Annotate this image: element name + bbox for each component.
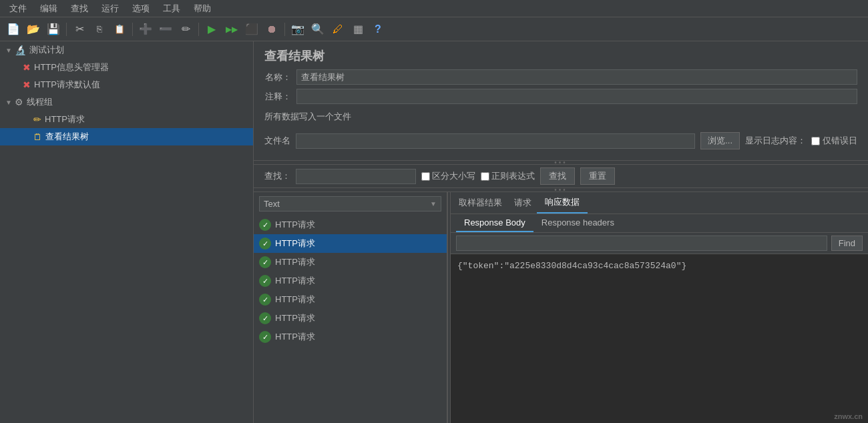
result-tree-label: 查看结果树 <box>45 131 89 143</box>
rp-header: 查看结果树 名称： 注释： 所有数据写入一个文件 文件名 浏览... 显示日志内… <box>254 41 868 161</box>
log-display-label: 显示日志内容： <box>745 135 806 147</box>
http-request-label: HTTP请求 <box>45 113 85 125</box>
play2-btn[interactable]: ▶▶ <box>222 20 241 39</box>
menu-options[interactable]: 选项 <box>127 1 155 16</box>
result-label-5: HTTP请求 <box>275 312 315 324</box>
result-icon-6: ✓ <box>259 331 271 343</box>
request-tab[interactable]: 请求 <box>509 193 537 213</box>
sep1 <box>66 23 67 36</box>
result-item-1[interactable]: ✓ HTTP请求 <box>254 234 447 253</box>
http-default-label: HTTP请求默认值 <box>34 79 100 91</box>
test-plan-icon: 🔬 <box>15 45 26 55</box>
search-input[interactable] <box>296 169 416 184</box>
case-sensitive-checkbox[interactable] <box>421 172 430 181</box>
help-btn[interactable]: ? <box>369 20 387 39</box>
name-label: 名称： <box>264 71 291 83</box>
result-item-3[interactable]: ✓ HTTP请求 <box>254 272 447 290</box>
result-item-2[interactable]: ✓ HTTP请求 <box>254 253 447 272</box>
result-item-4[interactable]: ✓ HTTP请求 <box>254 290 447 309</box>
copy-btn[interactable]: ⎘ <box>90 20 109 39</box>
watermark: znwx.cn <box>834 412 863 420</box>
response-search-bar: Find <box>451 233 868 254</box>
screenshot2-btn[interactable]: 🔍 <box>308 20 327 39</box>
draw-btn[interactable]: ✏ <box>176 20 195 39</box>
result-icon-2: ✓ <box>259 256 271 268</box>
cut-btn[interactable]: ✂ <box>70 20 89 39</box>
thread-group-label: 线程组 <box>27 96 53 108</box>
sep4 <box>284 23 285 36</box>
result-item-0[interactable]: ✓ HTTP请求 <box>254 216 447 234</box>
stop-btn[interactable]: ⬛ <box>242 20 261 39</box>
result-icon-3: ✓ <box>259 275 271 287</box>
file-section: 所有数据写入一个文件 <box>264 108 857 125</box>
menu-tools[interactable]: 工具 <box>158 1 186 16</box>
add-btn[interactable]: ➕ <box>136 20 155 39</box>
comment-input[interactable] <box>296 89 857 104</box>
sidebar-item-http-header[interactable]: ✖ HTTP信息头管理器 <box>0 59 253 76</box>
page-title: 查看结果树 <box>264 48 857 64</box>
response-body-tab[interactable]: Response Body <box>456 214 533 232</box>
sampler-tab[interactable]: 取样器结果 <box>456 193 509 213</box>
result-label-3: HTTP请求 <box>275 275 315 287</box>
sidebar-item-http-request[interactable]: ✏ HTTP请求 <box>0 111 253 128</box>
menu-file[interactable]: 文件 <box>4 1 32 16</box>
sep2 <box>132 23 133 36</box>
regex-label: 正则表达式 <box>481 170 535 182</box>
open-btn[interactable]: 📂 <box>24 20 43 39</box>
sidebar-item-test-plan[interactable]: ▼ 🔬 测试计划 <box>0 41 253 59</box>
result-label-4: HTTP请求 <box>275 294 315 306</box>
new-file-btn[interactable]: 📄 <box>4 20 23 39</box>
result-label-1: HTTP请求 <box>275 238 315 250</box>
result-icon-4: ✓ <box>259 294 271 306</box>
response-area: 取样器结果 请求 响应数据 Response Body Response hea… <box>451 192 868 423</box>
results-list: Text ▼ ✓ HTTP请求 ✓ HTTP请求 ✓ HTTP请求 <box>254 192 447 423</box>
sidebar-item-http-default[interactable]: ✖ HTTP请求默认值 <box>0 76 253 93</box>
response-headers-tab[interactable]: Response headers <box>533 214 622 232</box>
type-select-box[interactable]: Text ▼ <box>259 196 441 212</box>
grid-btn[interactable]: ▦ <box>349 20 367 39</box>
regex-checkbox[interactable] <box>481 172 489 181</box>
tabs-row: 取样器结果 请求 响应数据 <box>451 192 868 214</box>
menubar: 文件 编辑 查找 运行 选项 工具 帮助 <box>0 0 868 17</box>
menu-help[interactable]: 帮助 <box>188 1 216 16</box>
paste-btn[interactable]: 📋 <box>110 20 129 39</box>
save-btn[interactable]: 💾 <box>44 20 63 39</box>
file-name-input[interactable] <box>296 133 695 149</box>
comment-label: 注释： <box>264 91 291 103</box>
minus-btn[interactable]: ➖ <box>156 20 175 39</box>
only-error-checkbox[interactable] <box>811 137 820 145</box>
remote-btn[interactable]: ⏺ <box>262 20 281 39</box>
menu-find[interactable]: 查找 <box>65 1 93 16</box>
tree-arrow-thread-group: ▼ <box>5 99 12 106</box>
thread-group-icon: ⚙ <box>15 97 23 107</box>
case-sensitive-text: 区分大小写 <box>432 170 475 182</box>
menu-edit[interactable]: 编辑 <box>35 1 63 16</box>
response-subtabs: Response Body Response headers <box>451 214 868 233</box>
response-search-input[interactable] <box>456 236 827 251</box>
result-item-5[interactable]: ✓ HTTP请求 <box>254 309 447 328</box>
browse-button[interactable]: 浏览... <box>700 132 740 149</box>
reset-button[interactable]: 重置 <box>580 167 615 185</box>
search-section: 查找： 区分大小写 正则表达式 查找 重置 <box>254 165 868 188</box>
sidebar-item-thread-group[interactable]: ▼ ⚙ 线程组 <box>0 93 253 111</box>
name-input[interactable] <box>296 69 857 85</box>
only-error-label: 仅错误日 <box>811 135 857 147</box>
sidebar-item-result-tree[interactable]: 🗒 查看结果树 <box>0 128 253 145</box>
main-layout: ▼ 🔬 测试计划 ✖ HTTP信息头管理器 ✖ HTTP请求默认值 ▼ ⚙ 线程… <box>0 41 868 423</box>
response-data-tab[interactable]: 响应数据 <box>537 192 588 214</box>
result-item-6[interactable]: ✓ HTTP请求 <box>254 328 447 346</box>
response-body-area: Find {"token":"a225e8330d8d4ca93c4cac8a5… <box>451 233 868 423</box>
comment-row: 注释： <box>264 89 857 104</box>
play-btn[interactable]: ▶ <box>202 20 221 39</box>
case-sensitive-label: 区分大小写 <box>421 170 475 182</box>
http-request-icon: ✏ <box>33 114 41 125</box>
screenshot1-btn[interactable]: 📷 <box>288 20 307 39</box>
find-button[interactable]: 查找 <box>540 167 575 185</box>
paint-btn[interactable]: 🖊 <box>329 20 347 39</box>
find-button-response[interactable]: Find <box>831 236 863 251</box>
type-dropdown[interactable]: Text ▼ <box>259 196 441 212</box>
file-section-label: 所有数据写入一个文件 <box>264 111 351 123</box>
menu-run[interactable]: 运行 <box>96 1 124 16</box>
left-panel: ▼ 🔬 测试计划 ✖ HTTP信息头管理器 ✖ HTTP请求默认值 ▼ ⚙ 线程… <box>0 41 254 423</box>
result-label-6: HTTP请求 <box>275 331 315 343</box>
